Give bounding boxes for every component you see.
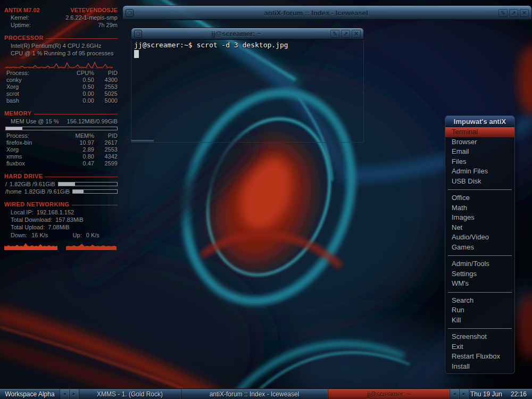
terminal-window-title: jj@screamer: ~ <box>142 30 330 38</box>
menu-item-net[interactable]: Net <box>445 223 514 233</box>
kernel-label: Kernel: <box>11 14 29 21</box>
menu-item-wms[interactable]: WM's <box>445 279 514 289</box>
uptime-value: 7h 29m <box>98 21 118 29</box>
workspace-label: Workspace Alpha <box>0 389 60 399</box>
memory-section-header: MEMORY <box>4 110 118 117</box>
menu-item-images[interactable]: Images <box>445 213 514 223</box>
menu-item-restart-fluxbox[interactable]: Restart Fluxbox <box>445 352 514 362</box>
mem-use-value: 156.12MiB/0.99GiB <box>67 118 118 125</box>
network-section-header: WIRED NETWORKING <box>4 201 118 207</box>
task-prev-button[interactable]: ◄ <box>450 389 459 399</box>
menu-item-screenshot[interactable]: Screenshot <box>445 332 514 342</box>
processor-section-header: PROCESSOR <box>4 35 118 41</box>
menu-title: Impuwat's antiX <box>445 116 514 127</box>
cpu-process-table: Process: CPU% PID conky 0.50 4300 Xorg 0… <box>4 70 118 104</box>
clock-time: 22:16 <box>511 390 527 398</box>
menu-item-kill[interactable]: Kill <box>445 315 514 326</box>
task-iceweasel[interactable]: antiX-forum :: Index - Iceweasel <box>181 389 328 399</box>
hd-root-row: / 1.82GiB /9.61GiB <box>4 180 118 188</box>
conky-monitor: ANTIX M7.02 VETEVENDOSJE Kernel: 2.6.22-… <box>4 6 118 250</box>
workspace-prev-button[interactable]: ◄ <box>60 389 69 399</box>
menu-item-admin-files[interactable]: Admin Files <box>445 167 514 177</box>
hd-home-row: /home 1.82GiB /9.61GiB <box>4 188 118 195</box>
total-upload-label: Total Upload: <box>11 223 45 231</box>
uptime-label: Uptime: <box>11 21 31 29</box>
resize-handle[interactable] <box>131 140 154 142</box>
down-label: Down: <box>11 231 27 239</box>
terminal-body[interactable]: jj@screamer:~$ scrot -d 3 desktop.jpg <box>131 40 363 142</box>
cpu-model: Intel(R) Pentium(R) 4 CPU 2.6GHz <box>11 42 102 49</box>
distro-name: ANTIX M7.02 <box>4 6 40 14</box>
desktop: ANTIX M7.02 VETEVENDOSJE Kernel: 2.6.22-… <box>0 0 532 399</box>
menu-item-office[interactable]: Office <box>445 193 514 203</box>
terminal-cursor <box>134 50 139 58</box>
shade-button[interactable]: ✎ <box>330 30 339 38</box>
menu-separator <box>448 255 512 256</box>
menu-item-exit[interactable]: Exit <box>445 342 514 352</box>
terminal-prompt-line: jj@screamer:~$ scrot -d 3 desktop.jpg <box>134 41 288 49</box>
window-menu-icon[interactable]: ❍ <box>134 30 142 38</box>
browser-window-title: antiX-forum :: Index - Iceweasel <box>134 9 498 17</box>
terminal-titlebar[interactable]: ❍ jj@screamer: ~ ✎ ➚ ✕ <box>131 28 364 40</box>
taskbar: Workspace Alpha ◄ ► XMMS - 1. (Gold Rock… <box>0 388 532 399</box>
task-terminal[interactable]: jj@screamer: ~ <box>328 389 450 399</box>
cpu-graph <box>4 60 114 69</box>
hd-home-bar <box>72 189 118 194</box>
down-value: 16 K/s <box>31 231 48 239</box>
total-download-value: 157.83MiB <box>55 216 84 223</box>
close-button[interactable]: ✕ <box>352 30 361 38</box>
menu-item-terminal[interactable]: Terminal <box>445 127 514 137</box>
local-ip-value: 192.168.1.152 <box>37 209 74 216</box>
menu-item-email[interactable]: Email <box>445 147 514 157</box>
menu-separator <box>448 292 512 293</box>
local-ip-label: Local IP: <box>11 209 34 216</box>
mem-process-table: Process: MEM% PID firefox-bin 10.97 2617… <box>4 132 118 167</box>
up-label: Up: <box>73 231 82 239</box>
memory-bar <box>5 127 118 130</box>
maximize-button[interactable]: ➚ <box>341 30 350 38</box>
total-upload-value: 7.08MiB <box>48 223 69 231</box>
menu-item-install[interactable]: Install <box>445 362 514 372</box>
workspace-next-button[interactable]: ► <box>69 389 79 399</box>
menu-separator <box>448 189 512 190</box>
hd-root-bar <box>58 182 118 186</box>
menu-item-settings[interactable]: Settings <box>445 269 514 279</box>
menu-item-games[interactable]: Games <box>445 243 514 253</box>
cpu-usage-line: CPU @ 1 % Running 3 of 95 processes <box>11 49 113 57</box>
clock: Thu 19 Jun 22:16 <box>469 389 532 399</box>
window-menu-icon[interactable]: ❍ <box>126 9 134 17</box>
download-graph <box>4 242 57 250</box>
hard-drive-section-header: HARD DRIVE <box>4 173 118 179</box>
menu-item-search[interactable]: Search <box>445 296 514 306</box>
upload-graph <box>66 242 117 250</box>
mem-use-label: MEM Use @ 15 % <box>11 118 59 125</box>
distro-motto: VETEVENDOSJE <box>70 6 118 14</box>
menu-item-browser[interactable]: Browser <box>445 137 514 147</box>
menu-item-audio-video[interactable]: Audio/Video <box>445 232 514 243</box>
menu-item-admin-tools[interactable]: Admin/Tools <box>445 259 514 269</box>
menu-separator <box>448 328 512 329</box>
task-next-button[interactable]: ► <box>459 389 469 399</box>
close-button[interactable]: ✕ <box>520 9 529 17</box>
total-download-label: Total Download: <box>11 216 52 223</box>
menu-item-run[interactable]: Run <box>445 305 514 315</box>
menu-item-usb-disk[interactable]: USB Disk <box>445 177 514 187</box>
task-xmms[interactable]: XMMS - 1. (Gold Rock) <box>79 389 181 399</box>
clock-date: Thu 19 Jun <box>470 390 502 398</box>
menu-item-math[interactable]: Math <box>445 203 514 213</box>
kernel-value: 2.6.22-1-mepis-smp <box>65 14 118 21</box>
shade-button[interactable]: ✎ <box>498 9 508 17</box>
terminal-window: ❍ jj@screamer: ~ ✎ ➚ ✕ jj@screamer:~$ sc… <box>131 28 364 143</box>
browser-window-titlebar[interactable]: ❍ antiX-forum :: Index - Iceweasel ✎ ➚ ✕ <box>122 5 532 20</box>
net-rate-row: Down: 16 K/s Up: 0 K/s <box>4 231 118 239</box>
up-value: 0 K/s <box>86 231 99 239</box>
menu-item-files[interactable]: Files <box>445 157 514 167</box>
fluxbox-root-menu: Impuwat's antiX Terminal Browser Email F… <box>445 115 515 374</box>
maximize-button[interactable]: ➚ <box>509 9 518 17</box>
